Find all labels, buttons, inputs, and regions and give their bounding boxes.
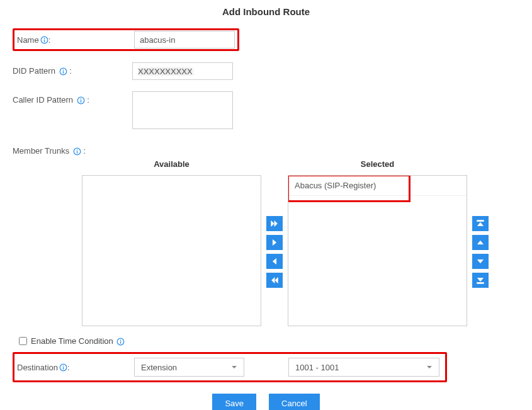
svg-rect-8 bbox=[81, 100, 81, 103]
caller-id-pattern-input[interactable] bbox=[132, 91, 233, 129]
move-left-button[interactable] bbox=[266, 254, 283, 269]
move-all-left-button[interactable] bbox=[266, 273, 283, 288]
move-all-right-button[interactable] bbox=[266, 216, 283, 231]
svg-rect-13 bbox=[477, 282, 484, 283]
svg-point-7 bbox=[80, 98, 81, 100]
svg-rect-16 bbox=[120, 341, 121, 344]
info-icon[interactable] bbox=[116, 338, 125, 346]
destination-label: Destination : bbox=[17, 363, 134, 372]
destination-row-highlight: Destination : Extension 1001 - 1001 bbox=[13, 352, 447, 382]
chevron-down-icon bbox=[426, 363, 433, 372]
available-header: Available bbox=[154, 159, 190, 169]
svg-point-10 bbox=[77, 149, 78, 151]
selected-list[interactable]: Abacus (SIP-Register) bbox=[288, 175, 467, 326]
list-item[interactable]: Abacus (SIP-Register) bbox=[288, 176, 467, 196]
page-title: Add Inbound Route bbox=[13, 6, 519, 17]
name-row-highlight: Name : bbox=[13, 28, 239, 51]
move-bottom-button[interactable] bbox=[472, 273, 489, 288]
name-input[interactable] bbox=[134, 31, 235, 48]
info-icon[interactable] bbox=[40, 36, 48, 44]
enable-time-condition-label: Enable Time Condition bbox=[31, 336, 125, 346]
did-pattern-label: DID Pattern : bbox=[13, 62, 132, 76]
available-list[interactable] bbox=[82, 175, 261, 326]
caller-id-pattern-label: Caller ID Pattern : bbox=[13, 91, 132, 105]
svg-rect-19 bbox=[63, 367, 64, 369]
member-trunks-label: Member Trunks : bbox=[13, 142, 132, 156]
move-down-button[interactable] bbox=[472, 254, 489, 269]
svg-rect-12 bbox=[477, 220, 484, 221]
svg-point-15 bbox=[120, 339, 122, 341]
time-condition-row: Enable Time Condition bbox=[19, 336, 519, 346]
svg-point-4 bbox=[62, 69, 64, 71]
did-pattern-input[interactable] bbox=[132, 62, 233, 80]
name-label: Name : bbox=[14, 35, 134, 45]
svg-rect-2 bbox=[44, 39, 45, 42]
move-up-button[interactable] bbox=[472, 235, 489, 250]
info-icon[interactable] bbox=[59, 363, 67, 372]
chevron-down-icon bbox=[231, 363, 237, 372]
svg-rect-11 bbox=[77, 151, 77, 154]
info-icon[interactable] bbox=[77, 96, 85, 105]
move-right-button[interactable] bbox=[266, 235, 283, 250]
move-top-button[interactable] bbox=[472, 216, 489, 231]
cancel-button[interactable]: Cancel bbox=[269, 394, 319, 410]
info-icon[interactable] bbox=[59, 67, 67, 76]
save-button[interactable]: Save bbox=[212, 394, 256, 410]
enable-time-condition-checkbox[interactable] bbox=[19, 337, 27, 345]
svg-rect-5 bbox=[62, 71, 63, 74]
destination-target-select[interactable]: 1001 - 1001 bbox=[288, 358, 439, 377]
info-icon[interactable] bbox=[73, 147, 81, 156]
svg-point-1 bbox=[43, 38, 45, 39]
selected-header: Selected bbox=[361, 159, 394, 169]
member-trunks-dual-list: Available Selected Abacus (SIP-Register) bbox=[82, 159, 519, 326]
svg-point-18 bbox=[63, 365, 64, 367]
destination-type-select[interactable]: Extension bbox=[134, 358, 244, 377]
